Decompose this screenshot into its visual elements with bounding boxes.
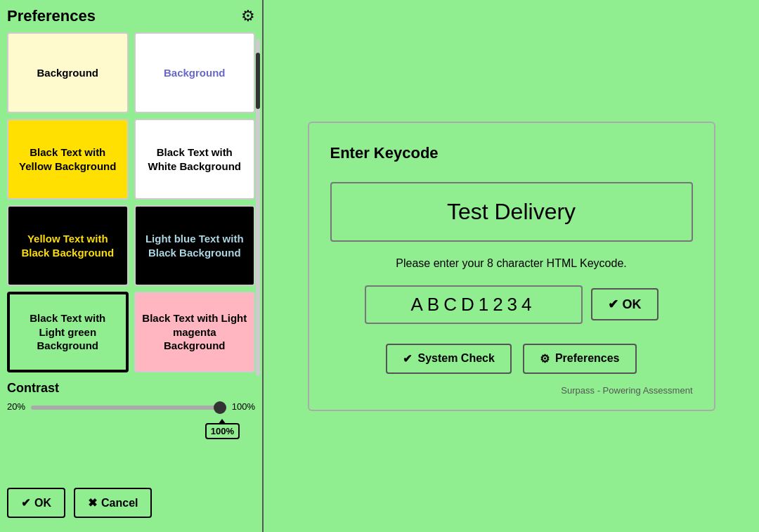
dialog-title: Enter Keycode: [330, 144, 693, 162]
check-icon: ✔: [21, 496, 30, 510]
keycode-ok-button[interactable]: ✔ OK: [591, 288, 659, 320]
bottom-buttons: ✔ OK ✖ Cancel: [7, 488, 152, 518]
theme-card-lightgreen-bg[interactable]: Black Text with Light green Background: [7, 292, 129, 372]
panel-header: Preferences ⚙: [7, 7, 255, 25]
dialog-footer: Surpass - Powering Assessment: [330, 385, 693, 396]
theme-card-yellow-bg[interactable]: Black Text with Yellow Background: [7, 119, 129, 200]
theme-card-black-lightblue[interactable]: Light blue Text with Black Background: [134, 205, 256, 286]
cancel-button[interactable]: ✖ Cancel: [74, 488, 152, 518]
contrast-label: Contrast: [7, 381, 255, 396]
contrast-row: 20% 100% 100%: [7, 400, 255, 413]
delivery-box: Test Delivery: [330, 182, 693, 242]
contrast-section: Contrast 20% 100% 100%: [7, 381, 255, 413]
ok-label: OK: [34, 497, 51, 510]
system-check-button[interactable]: ✔ System Check: [386, 344, 511, 374]
slider-wrapper: 100%: [31, 400, 226, 413]
panel-title: Preferences: [7, 7, 96, 25]
gear-icon[interactable]: ⚙: [241, 7, 255, 25]
slider-tooltip: 100%: [205, 423, 240, 439]
theme-card-black-yellow[interactable]: Yellow Text with Black Background: [7, 205, 129, 286]
system-check-label: System Check: [417, 352, 494, 365]
scroll-thumb[interactable]: [256, 53, 260, 109]
left-panel: Preferences ⚙ Background Background Blac…: [0, 0, 264, 532]
contrast-min: 20%: [7, 401, 25, 412]
preferences-button[interactable]: ⚙ Preferences: [523, 344, 637, 374]
keycode-input[interactable]: [365, 285, 583, 324]
theme-grid: Background Background Black Text with Ye…: [7, 32, 255, 372]
theme-card-white-bg-top[interactable]: Background: [134, 32, 256, 113]
cancel-label: Cancel: [101, 497, 138, 510]
theme-card-lightmagenta-bg[interactable]: Black Text with Light magenta Background: [134, 292, 256, 372]
preferences-gear-icon: ⚙: [540, 352, 550, 365]
right-panel: Enter Keycode Test Delivery Please enter…: [264, 0, 759, 532]
ok-button[interactable]: ✔ OK: [7, 488, 65, 518]
keycode-row: ✔ OK: [330, 285, 693, 324]
ok-check-icon: ✔: [608, 297, 618, 312]
prompt-text: Please enter your 8 character HTML Keyco…: [330, 257, 693, 270]
theme-card-light-yellow[interactable]: Background: [7, 32, 129, 113]
scrollbar[interactable]: [256, 39, 260, 376]
ok-btn-label: OK: [623, 297, 642, 312]
contrast-max: 100%: [232, 401, 255, 412]
preferences-label: Preferences: [555, 352, 620, 365]
dialog-actions: ✔ System Check ⚙ Preferences: [330, 344, 693, 374]
cross-icon: ✖: [88, 496, 97, 510]
keycode-dialog: Enter Keycode Test Delivery Please enter…: [308, 122, 715, 411]
delivery-label: Test Delivery: [447, 199, 576, 224]
contrast-slider[interactable]: [31, 406, 226, 410]
system-check-icon: ✔: [403, 352, 412, 365]
theme-card-white-bg[interactable]: Black Text with White Background: [134, 119, 256, 200]
